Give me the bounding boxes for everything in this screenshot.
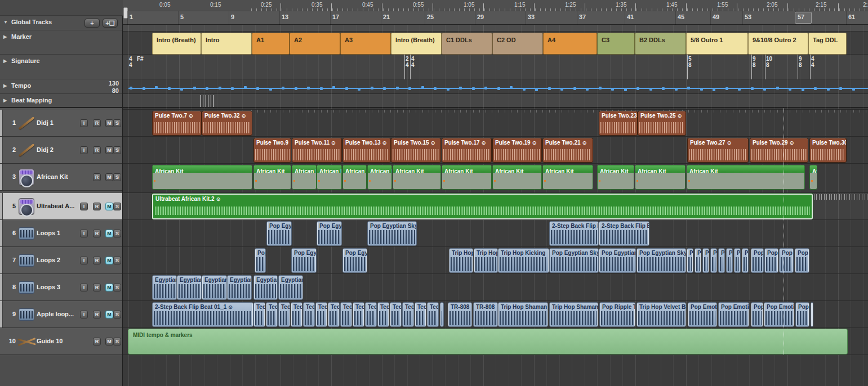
tempo-node[interactable] <box>675 88 678 91</box>
track-drag-strip[interactable] <box>0 247 3 273</box>
marker-region[interactable]: Intro <box>201 33 252 55</box>
region[interactable]: African Kit <box>367 165 392 190</box>
signature-lane[interactable] <box>123 55 868 79</box>
beat-mapping-track-header[interactable]: ▶ Beat Mapping <box>0 94 122 108</box>
region[interactable]: P <box>710 248 717 273</box>
marker-region[interactable]: C3 <box>597 33 635 55</box>
record-enable-button[interactable]: R <box>93 230 101 237</box>
region[interactable]: Pop Egyptian Sky <box>367 221 417 246</box>
region[interactable]: Trip Hop Shaman <box>549 302 598 327</box>
region[interactable]: Tec <box>402 302 414 327</box>
marker-region[interactable]: Intro (Breath) <box>391 33 442 55</box>
region[interactable]: Pop <box>795 302 809 327</box>
region[interactable]: Pop <box>751 248 764 273</box>
solo-button[interactable]: S <box>113 119 121 127</box>
time-ruler[interactable] <box>123 0 868 11</box>
region[interactable]: Pulse Two.32⊙ <box>202 111 252 136</box>
marker-region[interactable]: A3 <box>340 33 391 55</box>
tempo-node[interactable] <box>738 88 741 91</box>
region[interactable]: Trip Hop Kicking <box>498 248 549 273</box>
tempo-node[interactable] <box>484 87 487 89</box>
region[interactable]: Trip Hop Velvet B <box>636 302 686 327</box>
tempo-node[interactable] <box>168 87 171 90</box>
region[interactable]: Pulse Two.29⊙ <box>750 138 808 163</box>
solo-button[interactable]: S <box>113 257 121 264</box>
region[interactable]: P <box>695 248 701 273</box>
region[interactable]: Pop <box>795 248 809 273</box>
solo-button[interactable]: S <box>113 203 121 210</box>
tempo-node[interactable] <box>472 87 475 90</box>
region[interactable]: Pulse Two.7⊙ <box>152 111 202 136</box>
signature-track-header[interactable]: ▶ Signature <box>0 55 122 79</box>
region[interactable]: Pop Egyptian Sky <box>549 248 599 273</box>
region[interactable]: 2-Step Back Flip B <box>599 221 649 246</box>
tempo-node[interactable] <box>852 88 855 91</box>
region[interactable]: Tec <box>353 302 364 327</box>
time-signature[interactable]: 98 <box>799 56 802 68</box>
track-drag-strip[interactable] <box>0 193 3 219</box>
tempo-node[interactable] <box>383 87 386 90</box>
tempo-node[interactable] <box>523 88 526 91</box>
region[interactable]: MIDI tempo & markers <box>128 329 848 354</box>
tempo-node[interactable] <box>256 87 259 90</box>
global-tracks-header[interactable]: ▼ Global Tracks + +❏ <box>0 16 122 30</box>
tempo-node[interactable] <box>408 87 411 90</box>
track-drag-strip[interactable] <box>0 301 3 327</box>
region[interactable]: Pop <box>255 248 266 273</box>
tempo-node[interactable] <box>649 88 652 91</box>
region[interactable]: Pulse Two.21⊙ <box>542 138 593 163</box>
record-enable-button[interactable]: R <box>93 203 101 210</box>
track-header[interactable]: 6Loops 1IRMS <box>0 220 122 247</box>
marker-region[interactable]: C2 OD <box>492 33 543 55</box>
mute-button[interactable]: M <box>105 338 113 345</box>
solo-button[interactable]: S <box>113 338 121 345</box>
region[interactable]: African Kit <box>687 165 805 190</box>
region[interactable]: P <box>726 248 733 273</box>
tempo-node[interactable] <box>814 87 817 90</box>
solo-button[interactable]: S <box>113 230 121 237</box>
region[interactable]: Pop Egy <box>266 221 292 246</box>
region[interactable]: 2-Step Back Flip Beat 01_1⊙ <box>152 302 253 327</box>
tempo-node[interactable] <box>371 87 373 89</box>
region[interactable]: Tec <box>266 302 278 327</box>
time-signature[interactable]: 98 <box>753 56 756 68</box>
region[interactable]: Tec <box>303 302 315 327</box>
region[interactable]: Pulse Two.13⊙ <box>342 138 391 163</box>
tempo-node[interactable] <box>662 87 665 90</box>
tempo-node[interactable] <box>700 88 703 91</box>
tempo-node[interactable] <box>839 87 842 90</box>
solo-button[interactable]: S <box>113 284 121 291</box>
region[interactable]: Ultrabeat African Kit.2⊙ <box>152 194 813 219</box>
time-signature[interactable]: 44F# <box>129 56 132 68</box>
marker-region[interactable]: A4 <box>543 33 597 55</box>
region[interactable]: Pop <box>751 302 763 327</box>
bar-ruler[interactable] <box>123 11 868 25</box>
tempo-node[interactable] <box>332 86 335 89</box>
region[interactable]: African Kit <box>292 165 317 190</box>
region[interactable]: Tec <box>415 302 426 327</box>
tempo-node[interactable] <box>510 86 513 89</box>
disclosure-closed-icon[interactable]: ▶ <box>3 83 7 88</box>
region[interactable] <box>440 302 444 327</box>
time-signature[interactable]: 108 <box>766 56 772 68</box>
track-header[interactable]: 9Apple loop...IRMS <box>0 301 122 328</box>
track-header[interactable]: 3African KitRMS <box>0 164 122 191</box>
time-signature[interactable]: 24 <box>406 56 409 68</box>
tempo-node[interactable] <box>244 86 247 89</box>
disclosure-closed-icon[interactable]: ▶ <box>3 59 7 64</box>
region[interactable]: Egyptian <box>278 275 303 300</box>
track-drag-strip[interactable] <box>0 137 3 163</box>
region[interactable]: Tec <box>427 302 439 327</box>
region[interactable]: TR-808 <box>473 302 498 327</box>
time-signature[interactable]: 44 <box>411 56 415 68</box>
tempo-node[interactable] <box>206 87 208 90</box>
region[interactable]: Pop Egy <box>291 248 317 273</box>
tempo-node[interactable] <box>776 87 779 89</box>
track-drag-strip[interactable] <box>0 164 3 190</box>
region[interactable]: Egyptian <box>177 275 202 300</box>
region[interactable]: Tec <box>328 302 340 327</box>
track-header[interactable]: 5Ultrabeat A...IRMS <box>0 193 122 220</box>
region[interactable]: Egyptian <box>202 275 227 300</box>
marker-region[interactable]: 9&10/8 Outro 2 <box>748 33 808 55</box>
track-header[interactable]: 2Didj 2IRMS <box>0 137 122 164</box>
